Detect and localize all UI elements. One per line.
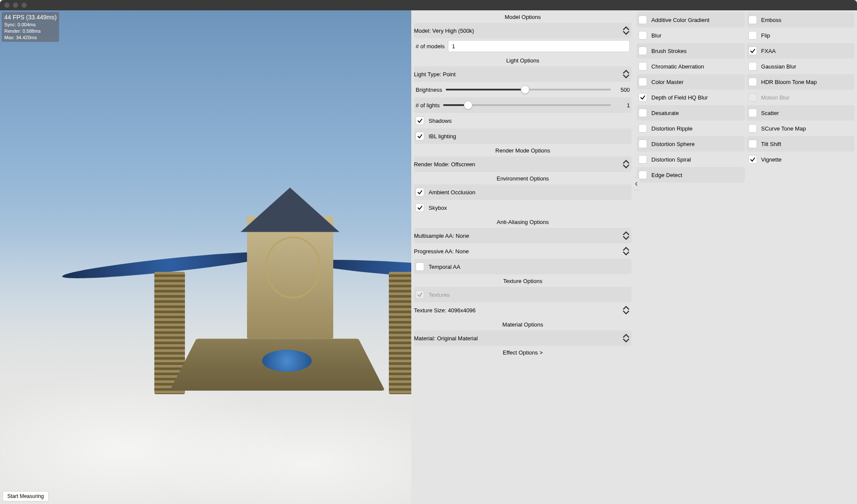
progressive-aa-dropdown[interactable]: Progressive AA: None: [414, 243, 632, 259]
effect-checkbox[interactable]: [748, 16, 757, 24]
effect-checkbox[interactable]: [638, 78, 647, 86]
effect-checkbox[interactable]: [748, 109, 757, 117]
effect-checkbox[interactable]: [748, 47, 757, 55]
model-options-header: Model Options: [414, 10, 632, 23]
light-type-dropdown[interactable]: Light Type: Point: [414, 66, 632, 82]
panel-collapse-handle[interactable]: [634, 177, 639, 190]
effect-checkbox[interactable]: [638, 109, 647, 117]
temporal-aa-row: Temporal AA: [414, 259, 632, 274]
effect-row: Desaturate: [637, 105, 744, 121]
effect-row: Chromatic Aberration: [637, 59, 744, 74]
texture-size-label: Texture Size: 4096x4096: [414, 307, 475, 314]
effect-checkbox[interactable]: [748, 62, 757, 71]
effect-label: Desaturate: [651, 110, 679, 116]
brightness-row: Brightness 500: [414, 82, 632, 97]
texture-size-dropdown[interactable]: Texture Size: 4096x4096: [414, 302, 632, 318]
temporal-aa-checkbox[interactable]: [416, 262, 424, 271]
num-lights-slider[interactable]: [443, 104, 611, 106]
effect-checkbox[interactable]: [638, 93, 647, 102]
chevron-updown-icon: [622, 306, 630, 314]
fps-render: Render: 0.588ms: [4, 28, 56, 34]
effect-row: Gaussian Blur: [747, 59, 854, 74]
effect-row: SCurve Tone Map: [747, 121, 854, 136]
effect-label: Additive Color Gradient: [651, 17, 709, 23]
effect-label: HDR Bloom Tone Map: [761, 79, 817, 85]
effect-checkbox[interactable]: [748, 124, 757, 133]
effect-checkbox[interactable]: [748, 155, 757, 164]
ao-checkbox[interactable]: [416, 188, 424, 196]
material-options-header: Material Options: [414, 318, 632, 330]
render-viewport[interactable]: 44 FPS (33.449ms) Sync: 0.004ms Render: …: [0, 10, 411, 504]
effect-checkbox[interactable]: [638, 124, 647, 133]
effect-row: Flip: [747, 28, 854, 43]
effect-row: Additive Color Gradient: [637, 12, 744, 28]
chevron-updown-icon: [622, 247, 630, 255]
effects-panel: Additive Color GradientBlurBrush Strokes…: [634, 10, 857, 504]
ibl-checkbox[interactable]: [416, 132, 424, 140]
effect-label: SCurve Tone Map: [761, 125, 806, 132]
textures-label: Textures: [428, 292, 450, 298]
msaa-dropdown[interactable]: Multisample AA: None: [414, 228, 632, 243]
num-models-input[interactable]: [448, 40, 630, 52]
effect-row: HDR Bloom Tone Map: [747, 74, 854, 90]
effect-label: Brush Strokes: [651, 48, 687, 54]
effect-checkbox[interactable]: [638, 62, 647, 71]
effect-checkbox[interactable]: [638, 31, 647, 40]
effect-row: Edge Detect: [637, 167, 744, 183]
skybox-checkbox[interactable]: [416, 203, 424, 212]
render-mode-dropdown[interactable]: Render Mode: Offscreen: [414, 156, 632, 172]
fps-max: Max: 34.420ms: [4, 34, 56, 41]
chevron-updown-icon: [622, 160, 630, 168]
render-mode-header: Render Mode Options: [414, 144, 632, 156]
effect-label: Tilt Shift: [761, 141, 781, 147]
num-lights-label: # of lights: [416, 102, 443, 109]
skybox-row: Skybox: [414, 200, 632, 215]
effect-label: Distortion Ripple: [651, 125, 692, 132]
effect-label: Color Master: [651, 79, 683, 85]
effect-checkbox[interactable]: [638, 16, 647, 24]
fps-overlay: 44 FPS (33.449ms) Sync: 0.004ms Render: …: [2, 12, 59, 42]
effect-row: Distortion Sphere: [637, 136, 744, 152]
window-body: 44 FPS (33.449ms) Sync: 0.004ms Render: …: [0, 10, 857, 504]
render-mode-label: Render Mode: Offscreen: [414, 161, 475, 168]
shadows-row: Shadows: [414, 113, 632, 128]
effect-checkbox[interactable]: [638, 47, 647, 55]
effect-checkbox[interactable]: [638, 171, 647, 179]
material-dropdown[interactable]: Material: Original Material: [414, 330, 632, 346]
effect-options-link[interactable]: Effect Options >: [414, 346, 632, 358]
num-lights-row: # of lights 1: [414, 97, 632, 113]
zoom-window-button[interactable]: [22, 3, 27, 8]
light-options-header: Light Options: [414, 54, 632, 66]
shadows-checkbox[interactable]: [416, 116, 424, 125]
effect-row: Distortion Spiral: [637, 152, 744, 167]
minimize-window-button[interactable]: [13, 3, 18, 8]
progressive-aa-label: Progressive AA: None: [414, 248, 469, 255]
effect-label: Motion Blur: [761, 94, 790, 101]
effect-label: Edge Detect: [651, 172, 682, 178]
effect-checkbox[interactable]: [638, 140, 647, 148]
effect-row: Color Master: [637, 74, 744, 90]
close-window-button[interactable]: [4, 3, 9, 8]
env-options-header: Environment Options: [414, 172, 632, 184]
model-dropdown[interactable]: Model: Very High (500k): [414, 23, 632, 38]
effect-label: Chromatic Aberration: [651, 63, 704, 70]
effect-label: Vignette: [761, 156, 782, 163]
brightness-slider[interactable]: [446, 89, 611, 90]
effect-checkbox[interactable]: [748, 78, 757, 86]
light-type-label: Light Type: Point: [414, 71, 456, 78]
effect-row: Scatter: [747, 105, 854, 121]
shadows-label: Shadows: [428, 118, 451, 124]
chevron-updown-icon: [622, 26, 630, 35]
effect-label: Emboss: [761, 17, 782, 23]
effect-checkbox[interactable]: [638, 155, 647, 164]
brightness-value: 500: [611, 87, 630, 93]
scene-model: [123, 183, 411, 405]
aa-options-header: Anti-Aliasing Options: [414, 215, 632, 228]
effect-checkbox[interactable]: [748, 31, 757, 40]
effect-row: Emboss: [747, 12, 854, 28]
effect-row: Tilt Shift: [747, 136, 854, 152]
effect-checkbox[interactable]: [748, 140, 757, 148]
effect-label: Depth of Field HQ Blur: [651, 94, 708, 101]
start-measuring-button[interactable]: Start Measuring: [3, 491, 49, 501]
ibl-row: IBL lighting: [414, 128, 632, 144]
